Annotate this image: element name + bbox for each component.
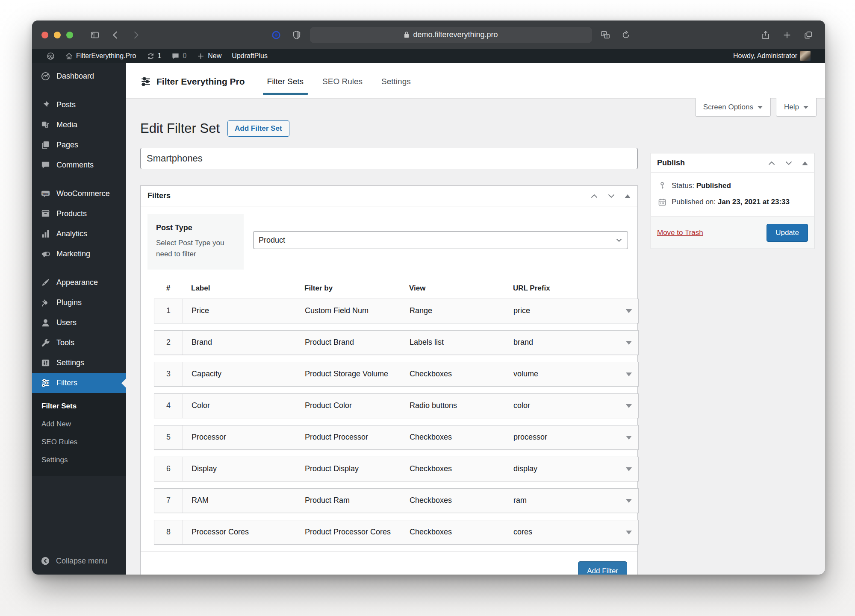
chevron-down-icon: [803, 106, 808, 111]
filter-table-row[interactable]: 4 Color Product Color Radio buttons colo…: [154, 393, 639, 418]
back-icon[interactable]: [108, 28, 123, 42]
sidebar-item-woocommerce[interactable]: WooCommerce: [32, 184, 126, 204]
new-content-link[interactable]: New: [192, 49, 226, 63]
expand-row-icon[interactable]: [626, 341, 632, 348]
comments-count: 0: [183, 52, 186, 60]
post-type-select[interactable]: Product: [253, 231, 628, 249]
add-filter-button[interactable]: Add Filter: [578, 561, 627, 575]
filter-row-number: 4: [154, 394, 183, 418]
sidebar-item-settings[interactable]: Settings: [32, 353, 126, 373]
status-value: Published: [696, 182, 731, 190]
filter-row-url-prefix: color: [505, 401, 619, 410]
expand-row-icon[interactable]: [626, 467, 632, 474]
minimize-window-button[interactable]: [54, 32, 61, 38]
reload-icon[interactable]: [619, 28, 633, 42]
filter-row-view: Checkboxes: [401, 528, 505, 537]
collapse-panel-icon[interactable]: [802, 158, 808, 165]
close-window-button[interactable]: [41, 32, 48, 38]
tab-filter-sets[interactable]: Filter Sets: [265, 77, 307, 98]
filter-row-url-prefix: price: [505, 306, 619, 315]
move-up-icon[interactable]: [590, 192, 598, 200]
tab-settings[interactable]: Settings: [379, 77, 413, 98]
wp-logo-icon[interactable]: [42, 49, 59, 63]
filter-table-row[interactable]: 6 Display Product Display Checkboxes dis…: [154, 457, 639, 481]
sidebar-item-analytics[interactable]: Analytics: [32, 224, 126, 244]
published-date: Jan 23, 2021 at 23:33: [718, 198, 790, 206]
expand-row-icon[interactable]: [626, 309, 632, 316]
comments-link[interactable]: 0: [167, 49, 191, 63]
filter-row-view: Range: [401, 306, 505, 315]
submenu-item-settings[interactable]: Settings: [32, 451, 126, 469]
address-bar[interactable]: demo.filtereverything.pro: [310, 27, 592, 43]
add-filter-set-button[interactable]: Add Filter Set: [227, 120, 289, 137]
sidebar-item-tools[interactable]: Tools: [32, 333, 126, 353]
filter-row-number: 1: [154, 299, 183, 323]
filter-row-number: 2: [154, 331, 183, 355]
translate-icon[interactable]: [598, 28, 613, 42]
sidebar-item-posts[interactable]: Posts: [32, 95, 126, 115]
filter-table-row[interactable]: 3 Capacity Product Storage Volume Checkb…: [154, 362, 639, 387]
filter-row-filter-by: Custom Field Num: [296, 306, 401, 315]
sidebar-item-media[interactable]: Media: [32, 115, 126, 135]
plugin-nav-bar: Filter Everything Pro Filter Sets SEO Ru…: [126, 63, 825, 98]
filter-table-row[interactable]: 2 Brand Product Brand Labels list brand: [154, 330, 639, 355]
screen-options-button[interactable]: Screen Options: [695, 98, 771, 117]
publish-panel-title: Publish: [657, 158, 685, 167]
post-type-info: Post Type Select Post Type you need to f…: [147, 214, 244, 270]
filter-set-title-input[interactable]: [140, 148, 638, 169]
site-name-link[interactable]: FilterEverything.Pro: [61, 49, 141, 63]
updates-count: 1: [158, 52, 162, 60]
updates-link[interactable]: 1: [142, 49, 166, 63]
updraftplus-link[interactable]: UpdraftPlus: [227, 49, 272, 63]
new-tab-icon[interactable]: [780, 28, 794, 42]
filter-table-row[interactable]: 8 Processor Cores Product Processor Core…: [154, 520, 639, 545]
tabs-overview-icon[interactable]: [801, 28, 816, 42]
share-icon[interactable]: [758, 28, 773, 42]
filter-table-row[interactable]: 1 Price Custom Field Num Range price: [154, 299, 639, 323]
filter-row-url-prefix: brand: [505, 338, 619, 347]
howdy-account-link[interactable]: Howdy, Administrator: [729, 51, 815, 61]
zoom-window-button[interactable]: [66, 32, 73, 38]
move-down-icon[interactable]: [785, 159, 793, 167]
forward-icon[interactable]: [129, 28, 143, 42]
filter-table-row[interactable]: 5 Processor Product Processor Checkboxes…: [154, 425, 639, 450]
tab-seo-rules[interactable]: SEO Rules: [320, 77, 365, 98]
plus-icon: [197, 52, 205, 60]
filter-row-label: Capacity: [183, 370, 296, 378]
move-up-icon[interactable]: [768, 159, 775, 167]
sidebar-item-filters[interactable]: Filters: [32, 373, 126, 393]
sidebar-item-marketing[interactable]: Marketing: [32, 244, 126, 264]
collapse-panel-icon[interactable]: [625, 191, 631, 198]
filter-row-label: Display: [183, 464, 296, 473]
sidebar-item-dashboard[interactable]: Dashboard: [32, 66, 126, 86]
sidebar-item-users[interactable]: Users: [32, 313, 126, 333]
expand-row-icon[interactable]: [626, 531, 632, 537]
help-button[interactable]: Help: [776, 98, 817, 117]
expand-row-icon[interactable]: [626, 499, 632, 506]
expand-row-icon[interactable]: [626, 436, 632, 443]
filter-row-filter-by: Product Processor: [296, 433, 401, 442]
expand-row-icon[interactable]: [626, 404, 632, 411]
sidebar-item-products[interactable]: Products: [32, 204, 126, 224]
update-button[interactable]: Update: [767, 224, 808, 242]
move-down-icon[interactable]: [607, 192, 615, 200]
sidebar-item-plugins[interactable]: Plugins: [32, 293, 126, 313]
extension-icon[interactable]: [269, 28, 283, 42]
sidebar-item-comments[interactable]: Comments: [32, 155, 126, 175]
pin-icon: [41, 100, 50, 110]
sidebar-item-appearance[interactable]: Appearance: [32, 273, 126, 293]
filter-table-row[interactable]: 7 RAM Product Ram Checkboxes ram: [154, 488, 639, 513]
avatar: [800, 51, 811, 61]
submenu-item-seo-rules[interactable]: SEO Rules: [32, 433, 126, 451]
shield-icon[interactable]: [289, 28, 304, 42]
collapse-menu-button[interactable]: Collapse menu: [32, 550, 126, 572]
sidebar-item-pages[interactable]: Pages: [32, 135, 126, 155]
filters-panel: Filters Post Type: [140, 185, 638, 575]
submenu-item-add-new[interactable]: Add New: [32, 415, 126, 433]
media-icon: [41, 120, 50, 130]
expand-row-icon[interactable]: [626, 373, 632, 379]
filter-row-view: Labels list: [401, 338, 505, 347]
submenu-item-filter-sets[interactable]: Filter Sets: [32, 397, 126, 415]
sidebar-toggle-icon[interactable]: [88, 28, 102, 42]
move-to-trash-link[interactable]: Move to Trash: [657, 229, 703, 237]
